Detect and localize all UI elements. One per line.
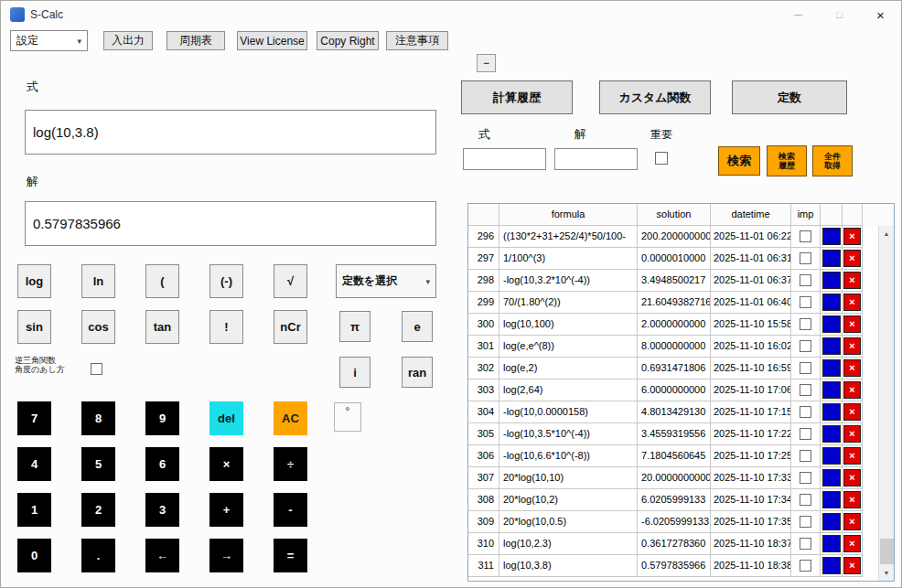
row-imp-checkbox[interactable] — [800, 296, 811, 308]
calc-button-degree[interactable]: ° — [334, 402, 361, 432]
search-button[interactable]: 検索 — [718, 146, 760, 176]
row-delete-button[interactable]: × — [843, 381, 861, 399]
row-action-button[interactable] — [822, 272, 841, 289]
row-delete-button[interactable]: × — [843, 250, 861, 267]
col-header-imp[interactable]: imp — [791, 204, 821, 226]
calc-button-equals[interactable]: = — [274, 539, 307, 572]
calc-button-1[interactable]: 1 — [17, 493, 51, 527]
calc-button-open-paren[interactable]: ( — [145, 264, 179, 298]
calc-button-6[interactable]: 6 — [145, 447, 179, 481]
row-delete-button[interactable]: × — [843, 557, 861, 574]
row-delete-button[interactable]: × — [843, 294, 861, 311]
row-action-button[interactable] — [822, 535, 841, 552]
row-imp-checkbox[interactable] — [800, 362, 811, 374]
row-delete-button[interactable]: × — [843, 272, 861, 289]
maximize-button[interactable]: □ — [819, 1, 860, 28]
calc-button-cursor-right[interactable]: → — [209, 539, 243, 572]
copy-right-button[interactable]: Copy Right — [317, 31, 379, 50]
row-imp-checkbox[interactable] — [800, 252, 811, 264]
row-imp-checkbox[interactable] — [800, 230, 811, 242]
calc-button-3[interactable]: 3 — [145, 493, 179, 527]
calc-button-0[interactable]: 0 — [17, 539, 51, 572]
row-action-button[interactable] — [822, 315, 841, 333]
formula-input[interactable] — [25, 110, 436, 155]
notes-button[interactable]: 注意事項 — [386, 31, 448, 50]
calc-button-decimal[interactable]: . — [81, 539, 115, 572]
row-imp-checkbox[interactable] — [800, 494, 811, 506]
row-imp-checkbox[interactable] — [800, 318, 811, 330]
row-delete-button[interactable]: × — [843, 491, 861, 508]
calc-button-e[interactable]: e — [402, 311, 433, 342]
calc-button-4[interactable]: 4 — [17, 447, 51, 481]
row-delete-button[interactable]: × — [843, 447, 861, 465]
row-action-button[interactable] — [822, 228, 841, 245]
calc-button-divide[interactable]: ÷ — [274, 447, 307, 481]
calc-history-button[interactable]: 計算履歴 — [461, 80, 573, 114]
row-action-button[interactable] — [822, 491, 841, 508]
row-delete-button[interactable]: × — [843, 337, 861, 355]
search-formula-input[interactable] — [463, 148, 546, 170]
calc-button-5[interactable]: 5 — [81, 447, 115, 481]
scroll-down-icon[interactable]: ▼ — [879, 565, 894, 581]
row-delete-button[interactable]: × — [843, 469, 861, 486]
calc-button-factorial[interactable]: ! — [209, 310, 243, 344]
row-imp-checkbox[interactable] — [800, 274, 811, 286]
row-imp-checkbox[interactable] — [800, 406, 811, 418]
row-action-button[interactable] — [822, 381, 841, 399]
calc-button-7[interactable]: 7 — [17, 401, 51, 435]
row-action-button[interactable] — [822, 557, 841, 574]
row-action-button[interactable] — [822, 359, 841, 377]
periodic-table-button[interactable]: 周期表 — [166, 31, 225, 50]
calc-button-ln[interactable]: ln — [81, 264, 115, 298]
solution-input[interactable] — [25, 201, 436, 246]
calc-button-log[interactable]: log — [17, 264, 51, 298]
constant-select-dropdown[interactable]: 定数を選択 ▾ — [336, 264, 436, 298]
col-header-formula[interactable]: formula — [499, 204, 638, 226]
calc-button-multiply[interactable]: × — [209, 447, 243, 481]
row-action-button[interactable] — [822, 337, 841, 355]
row-delete-button[interactable]: × — [843, 403, 861, 421]
row-action-button[interactable] — [822, 447, 841, 465]
calc-button-subtract[interactable]: - — [274, 493, 307, 527]
row-delete-button[interactable]: × — [843, 513, 861, 530]
io-button[interactable]: 入出力 — [103, 31, 153, 50]
minimize-button[interactable]: ─ — [778, 1, 819, 28]
row-action-button[interactable] — [822, 513, 841, 530]
row-imp-checkbox[interactable] — [800, 450, 811, 462]
col-header-datetime[interactable]: datetime — [711, 204, 791, 226]
scrollbar-thumb[interactable] — [880, 539, 894, 564]
constants-button[interactable]: 定数 — [732, 80, 847, 114]
row-delete-button[interactable]: × — [843, 535, 861, 552]
calc-button-tan[interactable]: tan — [145, 310, 179, 344]
calc-button-random[interactable]: ran — [402, 357, 433, 388]
calc-button-2[interactable]: 2 — [81, 493, 115, 527]
calc-button-8[interactable]: 8 — [81, 401, 115, 435]
row-action-button[interactable] — [822, 294, 841, 311]
calc-button-9[interactable]: 9 — [145, 401, 179, 435]
calc-button-ncr[interactable]: nCr — [274, 310, 307, 344]
row-imp-checkbox[interactable] — [800, 384, 811, 396]
custom-functions-button[interactable]: カスタム関数 — [599, 80, 711, 114]
row-action-button[interactable] — [822, 403, 841, 421]
collapse-panel-button[interactable]: − — [477, 54, 496, 72]
row-delete-button[interactable]: × — [843, 359, 861, 377]
calc-button-pi[interactable]: π — [339, 311, 370, 342]
search-solution-input[interactable] — [554, 148, 638, 170]
row-delete-button[interactable]: × — [843, 315, 861, 333]
calc-button-negate[interactable]: (-) — [209, 264, 243, 298]
view-license-button[interactable]: View License — [237, 31, 307, 50]
row-imp-checkbox[interactable] — [800, 428, 811, 440]
important-checkbox[interactable] — [655, 152, 668, 165]
row-action-button[interactable] — [822, 250, 841, 267]
calc-button-sqrt[interactable]: √ — [274, 264, 307, 298]
calc-button-sin[interactable]: sin — [17, 310, 51, 344]
calc-button-i[interactable]: i — [339, 357, 370, 388]
row-imp-checkbox[interactable] — [800, 538, 811, 550]
settings-dropdown[interactable]: 設定 ▾ — [10, 30, 88, 51]
close-button[interactable]: × — [860, 1, 901, 28]
search-history-button[interactable]: 検索 履歴 — [767, 145, 807, 176]
row-imp-checkbox[interactable] — [800, 560, 811, 572]
row-imp-checkbox[interactable] — [800, 340, 811, 352]
row-delete-button[interactable]: × — [843, 425, 861, 443]
table-scrollbar[interactable]: ▲ ▼ — [878, 226, 894, 581]
